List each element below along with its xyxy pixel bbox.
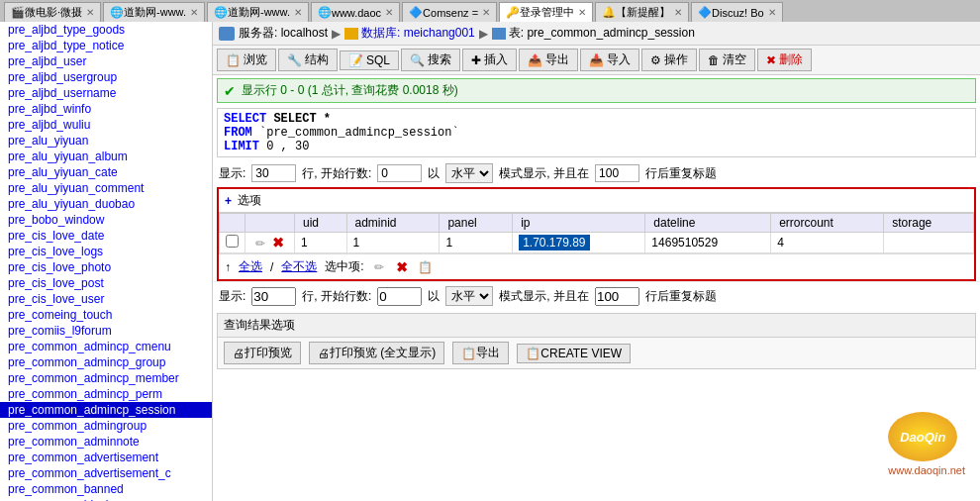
deselect-all-link[interactable]: 全不选 [281, 258, 317, 275]
btn-export[interactable]: 📤 导出 [519, 49, 578, 71]
create-view-icon: 📋 [526, 347, 540, 360]
tab-5[interactable]: 🔑 登录管理中 ✕ [499, 2, 593, 22]
tab-6[interactable]: 🔔 【新提醒】 ✕ [595, 2, 689, 22]
sidebar-item-21[interactable]: pre_common_admincp_group [0, 354, 212, 370]
sidebar-item-22[interactable]: pre_common_admincp_member [0, 370, 212, 386]
sidebar-item-30[interactable]: pre_common_block [0, 497, 212, 501]
sidebar-item-25[interactable]: pre_common_admingroup [0, 418, 212, 434]
btn-import[interactable]: 📥 导入 [580, 49, 639, 71]
edit-icon[interactable]: ✏ [255, 237, 265, 250]
arrow-up-icon[interactable]: ↑ [225, 260, 231, 274]
th-panel: panel [440, 214, 513, 233]
btn-structure[interactable]: 🔧 结构 [278, 49, 338, 71]
sidebar-item-18[interactable]: pre_comeing_touch [0, 307, 212, 323]
repeat-input-top[interactable] [595, 164, 639, 182]
sidebar-item-10[interactable]: pre_alu_yiyuan_comment [0, 180, 212, 196]
row-checkbox-cell [220, 233, 245, 253]
sidebar-item-17[interactable]: pre_cis_love_user [0, 291, 212, 307]
tab-1[interactable]: 🌐 道勤网-www. ✕ [103, 2, 205, 22]
sidebar-item-6[interactable]: pre_aljbd_wuliu [0, 117, 212, 133]
th-ip: ip [513, 214, 645, 233]
sidebar-item-username[interactable]: pre_aljbd_username [0, 85, 212, 101]
show-label-top: 显示: [219, 165, 245, 182]
btn-empty[interactable]: 🗑 清空 [699, 49, 755, 71]
tab-4[interactable]: 🔷 Comsenz = ✕ [402, 2, 497, 22]
btn-search-label: 搜索 [428, 51, 451, 68]
sidebar-item-28[interactable]: pre_common_advertisement_c [0, 465, 212, 481]
tab-close-7[interactable]: ✕ [768, 7, 776, 18]
sidebar-item-26[interactable]: pre_common_adminnote [0, 434, 212, 450]
mode-select-top[interactable]: 水平 [445, 163, 493, 183]
tab-close-3[interactable]: ✕ [385, 7, 393, 18]
sidebar-item-16[interactable]: pre_cis_love_post [0, 275, 212, 291]
tab-0[interactable]: 🎬 微电影·微摄 ✕ [4, 2, 101, 22]
sidebar-item-27[interactable]: pre_common_advertisement [0, 450, 212, 465]
sidebar-item-15[interactable]: pre_cis_love_photo [0, 259, 212, 275]
sidebar-item-2[interactable]: pre_aljbd_user [0, 53, 212, 69]
sidebar-item-20[interactable]: pre_common_admincp_cmenu [0, 339, 212, 354]
row-checkbox[interactable] [226, 235, 239, 248]
sidebar-item-9[interactable]: pre_alu_yiyuan_cate [0, 164, 212, 180]
sidebar-item-19[interactable]: pre_comiis_l9forum [0, 323, 212, 339]
sidebar-item-13[interactable]: pre_cis_love_date [0, 228, 212, 244]
show-input-top[interactable] [251, 164, 296, 182]
tab-close-5[interactable]: ✕ [578, 7, 586, 18]
sql-icon: 📝 [348, 53, 363, 67]
sidebar-item-8[interactable]: pre_alu_yiyuan_album [0, 149, 212, 164]
show-input-bot[interactable] [251, 287, 296, 306]
btn-search[interactable]: 🔍 搜索 [401, 49, 460, 71]
tab-label-7: Discuz! Bo [712, 7, 764, 19]
repeat-input-bot[interactable] [595, 287, 639, 306]
sidebar-item-14[interactable]: pre_cis_love_logs [0, 244, 212, 259]
tab-close-6[interactable]: ✕ [674, 7, 682, 18]
btn-sql[interactable]: 📝 SQL [340, 50, 399, 70]
btn-delete[interactable]: ✖ 删除 [757, 49, 812, 71]
btn-operations[interactable]: ⚙ 操作 [641, 49, 697, 71]
cell-dateline: 1469510529 [645, 233, 771, 253]
sidebar-item-12[interactable]: pre_bobo_window [0, 212, 212, 228]
tab-2[interactable]: 🌐 道勤网-www. ✕ [207, 2, 309, 22]
bottom-delete-icon[interactable]: ✖ [396, 259, 408, 275]
btn-insert[interactable]: ✚ 插入 [462, 49, 517, 71]
sidebar-item-0[interactable]: pre_aljbd_type_goods [0, 22, 212, 38]
tab-label-1: 道勤网-www. [124, 5, 186, 20]
btn-browse[interactable]: 📋 浏览 [217, 49, 276, 71]
watermark: DaoQin www.daoqin.net [888, 412, 965, 476]
btn-export-query[interactable]: 📋 导出 [452, 342, 509, 364]
mode-select-bot[interactable]: 水平 [445, 286, 493, 306]
tab-close-0[interactable]: ✕ [86, 7, 94, 18]
expand-icon[interactable]: + [225, 194, 232, 208]
sidebar-item-3[interactable]: pre_aljbd_usergroup [0, 69, 212, 85]
sidebar-item-1[interactable]: pre_aljbd_type_notice [0, 38, 212, 53]
mode-suffix-top: 模式显示, 并且在 [499, 165, 589, 182]
btn-print-preview[interactable]: 🖨 打印预览 [224, 342, 301, 364]
btn-structure-label: 结构 [305, 51, 329, 68]
select-all-link[interactable]: 全选 [239, 258, 262, 275]
sidebar-item-common-session[interactable]: pre_common_admincp_session [0, 402, 212, 418]
start-input-bot[interactable] [377, 287, 422, 306]
row-label-top: 行, 开始行数: [302, 165, 371, 182]
tab-3[interactable]: 🌐 www.daoc ✕ [311, 2, 400, 22]
sidebar-item-11[interactable]: pre_alu_yiyuan_duobao [0, 196, 212, 212]
sidebar-item-7[interactable]: pre_alu_yiyuan [0, 133, 212, 149]
tab-label-6: 【新提醒】 [616, 5, 670, 20]
sidebar-item-29[interactable]: pre_common_banned [0, 481, 212, 497]
tab-close-1[interactable]: ✕ [190, 7, 198, 18]
btn-create-view-label: CREATE VIEW [540, 347, 622, 360]
tab-close-4[interactable]: ✕ [482, 7, 490, 18]
start-input-top[interactable] [377, 164, 422, 182]
btn-print-full-label: 打印预览 (全文显示) [330, 345, 436, 361]
sidebar-item-5[interactable]: pre_aljbd_winfo [0, 101, 212, 117]
db-link[interactable]: 数据库: meichang001 [361, 25, 475, 42]
sidebar-item-23[interactable]: pre_common_admincp_perm [0, 386, 212, 402]
btn-print-full[interactable]: 🖨 打印预览 (全文显示) [309, 342, 444, 364]
tab-close-2[interactable]: ✕ [294, 7, 302, 18]
btn-create-view[interactable]: 📋 CREATE VIEW [517, 344, 631, 363]
bottom-copy-icon[interactable]: 📋 [418, 260, 433, 274]
tab-7[interactable]: 🔷 Discuz! Bo ✕ [691, 2, 783, 22]
browse-icon: 📋 [226, 53, 241, 67]
bottom-edit-icon[interactable]: ✏ [374, 260, 384, 274]
row-delete-icon[interactable]: ✖ [272, 235, 284, 250]
status-bar: ✔ 显示行 0 - 0 (1 总计, 查询花费 0.0018 秒) [217, 78, 976, 103]
row-actions-cell: ✏ ✖ [245, 233, 295, 253]
